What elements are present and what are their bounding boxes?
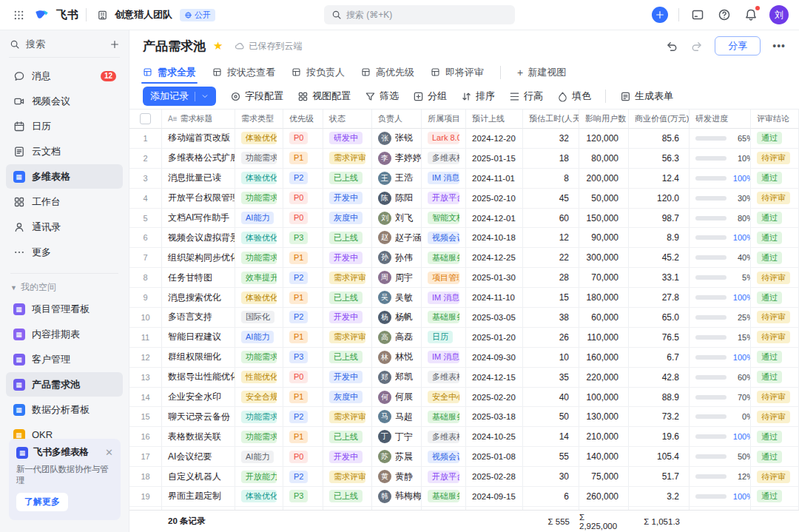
cell-progress[interactable]: 30% [690,189,751,208]
cell-project[interactable]: Lark 8.0 [422,129,466,148]
cell-priority[interactable]: P0 [283,189,323,208]
cell-users[interactable]: 300,000 [579,248,629,267]
help-icon[interactable] [716,7,732,23]
cell-owner[interactable]: 陈陈阳 [372,189,422,208]
cell-title[interactable]: 自定义机器人 [162,467,235,486]
cell-title[interactable]: 群组权限细化 [162,348,235,367]
sidebar-search[interactable]: 搜索 [9,38,120,58]
add-record-button[interactable]: 添加记录 [143,87,216,106]
cell-users[interactable]: 90,000 [579,228,629,247]
cell-hours[interactable]: 30 [523,467,579,486]
new-view-button[interactable]: +新建视图 [517,61,566,84]
cell-users[interactable]: 200,000 [579,169,629,188]
cell-launch-date[interactable]: 2025-03-18 [466,407,523,426]
cell-status[interactable]: 开发中 [323,248,372,267]
close-icon[interactable]: ✕ [105,449,113,457]
cell-title[interactable]: 消息搜索优化 [162,288,235,307]
cell-progress[interactable]: 5% [690,268,751,287]
cell-title[interactable]: 智能日程建议 [162,328,235,347]
favorite-star-icon[interactable]: ★ [213,39,223,53]
cell-progress[interactable]: 0% [690,407,751,426]
cell-launch-date[interactable]: 2024-12-15 [466,368,523,387]
cell-project[interactable]: 基础服务 [422,407,466,426]
cell-type[interactable]: 安全合规 [235,388,283,407]
cell-priority[interactable]: P0 [283,209,323,228]
cell-priority[interactable]: P2 [283,467,323,486]
cell-project[interactable]: 基础服务 [422,308,466,327]
cell-project[interactable]: 视频会议 [422,447,466,466]
cell-status[interactable]: 需求评审 [323,467,372,486]
sidebar-item-bitable[interactable]: ▦多维表格 [6,164,123,189]
column-header-1[interactable]: 需求类型 [235,110,283,129]
cell-hours[interactable]: 15 [523,288,579,307]
cell-users[interactable]: 160,000 [579,348,629,367]
cell-launch-date[interactable]: 2024-11-10 [466,288,523,307]
cell-owner[interactable]: 刘刘飞 [372,209,422,228]
select-all-checkbox[interactable] [129,110,162,129]
table-row[interactable]: 12群组权限细化功能需求P3已上线林林悦IM 消息2024-09-3010160… [129,348,799,368]
learn-more-button[interactable]: 了解更多 [16,493,68,511]
cell-hours[interactable]: 55 [523,447,579,466]
cell-project[interactable]: 安全中心 [422,388,466,407]
cell-priority[interactable]: P3 [283,228,323,247]
table-row[interactable]: 18自定义机器人开放能力P2需求评审黄黄静开放平台2025-02-283075,… [129,467,799,487]
cell-users[interactable]: 80,000 [579,149,629,168]
cell-hours[interactable]: 45 [523,189,579,208]
column-header-0[interactable]: A≡需求标题 [162,110,235,129]
table-row[interactable]: 15聊天记录云备份功能需求P2需求评审马马超基础服务2025-03-185013… [129,407,799,427]
cell-status[interactable]: 已上线 [323,288,372,307]
cell-progress[interactable]: 100% [690,169,751,188]
cell-owner[interactable]: 郑郑凯 [372,368,422,387]
cell-priority[interactable]: P2 [283,407,323,426]
cell-owner[interactable]: 林林悦 [372,348,422,367]
cell-type[interactable]: 体验优化 [235,228,283,247]
cell-value[interactable]: 51.7 [629,467,690,486]
cell-value[interactable]: 73.2 [629,407,690,426]
column-header-8[interactable]: 影响用户数 [579,110,629,129]
cell-hours[interactable]: 50 [523,407,579,426]
cell-users[interactable]: 150,000 [579,209,629,228]
cell-review[interactable]: 待评审 [751,328,799,347]
cell-launch-date[interactable]: 2024-10-18 [466,228,523,247]
cell-title[interactable]: 表格数据关联 [162,427,235,446]
cell-value[interactable]: 65.0 [629,308,690,327]
cell-launch-date[interactable]: 2025-01-08 [466,447,523,466]
cell-priority[interactable]: P2 [283,268,323,287]
cell-progress[interactable]: 15% [690,328,751,347]
cell-review[interactable]: 通过 [751,169,799,188]
cell-review[interactable]: 通过 [751,348,799,367]
cell-progress[interactable]: 100% [690,487,751,506]
sidebar-item-contacts[interactable]: 通讯录 [6,215,123,239]
cell-review[interactable]: 待评审 [751,149,799,168]
cell-progress[interactable]: 60% [690,368,751,387]
cell-review[interactable]: 通过 [751,248,799,267]
cell-users[interactable]: 220,000 [579,368,629,387]
cell-launch-date[interactable]: 2024-12-25 [466,248,523,267]
cell-type[interactable]: AI能力 [235,447,283,466]
sidebar-item-chat[interactable]: 消息12 [6,64,123,88]
tab-view-3[interactable]: 高优先级 [361,61,414,84]
cell-hours[interactable]: 35 [523,368,579,387]
cell-priority[interactable]: P3 [283,487,323,506]
cell-status[interactable]: 需求评审 [323,268,372,287]
column-header-2[interactable]: 优先级 [283,110,323,129]
cell-progress[interactable]: 100% [690,427,751,446]
space-item-0[interactable]: ▦项目管理看板 [6,297,123,321]
cell-launch-date[interactable]: 2025-03-05 [466,308,523,327]
cell-review[interactable]: 通过 [751,487,799,506]
table-row[interactable]: 2多维表格公式扩展功能需求P1需求评审李李婷婷多维表格2025-01-15188… [129,149,799,169]
cell-priority[interactable]: P2 [283,308,323,327]
cell-type[interactable]: 效率提升 [235,268,283,287]
cell-owner[interactable]: 周周宇 [372,268,422,287]
table-row[interactable]: 3消息批量已读体验优化P2已上线王王浩IM 消息2024-11-018200,0… [129,169,799,189]
cell-priority[interactable]: P1 [283,149,323,168]
cell-type[interactable]: 功能需求 [235,189,283,208]
column-header-4[interactable]: 负责人 [372,110,422,129]
cell-type[interactable]: 功能需求 [235,149,283,168]
cell-title[interactable]: 移动端首页改版 [162,129,235,148]
cell-priority[interactable]: P0 [283,368,323,387]
cell-value[interactable]: 8.9 [629,228,690,247]
cell-progress[interactable]: 65% [690,129,751,148]
cell-priority[interactable]: P1 [283,288,323,307]
cell-status[interactable]: 开发中 [323,308,372,327]
